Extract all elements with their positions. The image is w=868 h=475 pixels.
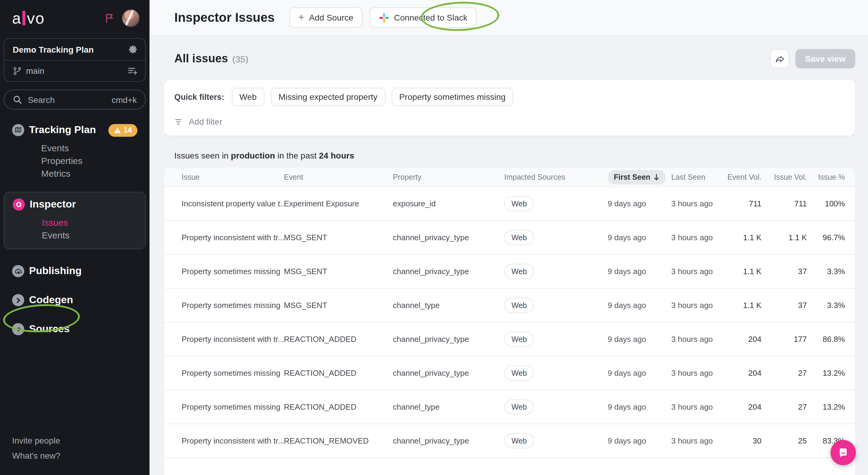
cell-impacted-sources: Web — [504, 433, 608, 448]
share-view-button[interactable] — [770, 49, 789, 68]
quick-filter-button[interactable]: Web — [231, 88, 265, 106]
issues-table: Issue Event Property Impacted Sources Fi… — [164, 168, 855, 475]
cell-impacted-sources: Web — [504, 230, 608, 245]
sidebar-item-codegen[interactable]: Codegen — [12, 293, 137, 307]
source-pill: Web — [504, 433, 534, 448]
cell-last-seen: 3 hours ago — [671, 335, 726, 344]
cell-issue: Property sometimes missing — [182, 369, 284, 378]
add-source-button[interactable]: + Add Source — [289, 7, 362, 28]
search-icon — [13, 95, 22, 104]
cell-event: Experiment Exposure — [284, 199, 393, 208]
whats-new-link[interactable]: What's new? — [12, 448, 60, 464]
table-row-partial[interactable] — [164, 458, 855, 475]
invite-people-link[interactable]: Invite people — [12, 433, 60, 448]
cell-event-vol: 204 — [748, 402, 762, 411]
codegen-chevron-icon — [12, 294, 24, 306]
sidebar-item-sources[interactable]: Sources — [12, 322, 137, 337]
flag-icon[interactable] — [103, 12, 116, 24]
cell-issue-pct: 13.2% — [823, 402, 845, 411]
publishing-cloud-icon — [12, 265, 24, 277]
sidebar-item-tp-metrics[interactable]: Metrics — [41, 167, 137, 180]
cell-event: MSG_SENT — [284, 233, 393, 242]
sidebar-item-inspector-events[interactable]: Events — [42, 229, 137, 242]
filter-icon — [174, 117, 183, 126]
col-header-last-seen[interactable]: Last Seen — [671, 173, 726, 181]
col-header-event-vol[interactable]: Event Vol. — [727, 173, 762, 181]
plus-icon: + — [298, 11, 304, 24]
branch-row[interactable]: main — [4, 60, 145, 81]
table-row[interactable]: Property inconsistent with tr... REACTIO… — [164, 322, 855, 356]
add-filter-button[interactable]: Add filter — [174, 117, 845, 126]
logo-pink-bar — [23, 11, 26, 25]
sidebar-item-publishing[interactable]: Publishing — [12, 264, 137, 278]
quick-filter-button[interactable]: Property sometimes missing — [391, 88, 514, 106]
col-header-issue-pct[interactable]: Issue % — [818, 173, 845, 181]
chat-launcher-button[interactable] — [831, 440, 856, 465]
cell-property: channel_privacy_type — [393, 436, 504, 445]
cell-event-vol: 1.1 K — [743, 267, 762, 276]
source-pill: Web — [504, 399, 534, 414]
col-header-issue-vol[interactable]: Issue Vol. — [774, 173, 807, 181]
table-row[interactable]: Inconsistent property value t... Experim… — [164, 187, 855, 221]
cell-impacted-sources: Web — [504, 366, 608, 381]
cell-first-seen: 9 days ago — [608, 199, 671, 208]
table-header-row: Issue Event Property Impacted Sources Fi… — [164, 168, 855, 187]
quick-filter-button[interactable]: Missing expected property — [271, 88, 385, 106]
cell-property: channel_type — [393, 301, 504, 310]
cell-issue: Property inconsistent with tr... — [182, 233, 284, 242]
nav-inspector-section: Inspector Issues Events — [4, 192, 146, 249]
slack-icon — [379, 12, 389, 23]
branch-icon — [13, 66, 22, 75]
col-header-issue[interactable]: Issue — [182, 173, 284, 181]
inspector-icon — [13, 198, 25, 211]
connected-to-slack-button[interactable]: Connected to Slack — [370, 7, 477, 28]
settings-gear-icon[interactable] — [128, 44, 138, 55]
new-branch-icon[interactable] — [127, 65, 138, 76]
col-header-first-seen[interactable]: First Seen — [608, 170, 671, 184]
table-row[interactable]: Property sometimes missing MSG_SENT chan… — [164, 255, 855, 289]
table-row[interactable]: Property inconsistent with tr... MSG_SEN… — [164, 221, 855, 255]
cell-issue-vol: 177 — [794, 335, 807, 344]
cell-event: REACTION_ADDED — [284, 402, 393, 411]
workspace-row[interactable]: Demo Tracking Plan — [4, 39, 145, 60]
sidebar-item-inspector-issues[interactable]: Issues — [42, 216, 137, 229]
sidebar-item-tp-properties[interactable]: Properties — [41, 154, 137, 167]
cell-event-vol: 1.1 K — [743, 301, 762, 310]
table-row[interactable]: Property sometimes missing REACTION_ADDE… — [164, 356, 855, 390]
cell-issue-pct: 100% — [825, 199, 845, 208]
cell-issue-pct: 3.3% — [827, 301, 845, 310]
branch-name: main — [26, 66, 44, 76]
issues-count-badge: 14 — [108, 124, 137, 136]
tracking-plan-map-icon — [12, 124, 24, 136]
sidebar-item-tracking-plan[interactable]: Tracking Plan 14 — [12, 123, 137, 137]
col-header-event[interactable]: Event — [284, 173, 393, 181]
table-row[interactable]: Property inconsistent with tr... REACTIO… — [164, 424, 855, 458]
chat-bubble-icon — [837, 446, 850, 459]
cell-issue-vol: 37 — [798, 267, 807, 276]
sidebar-item-tp-events[interactable]: Events — [41, 141, 137, 154]
cell-first-seen: 9 days ago — [608, 267, 671, 276]
cell-issue-vol: 711 — [795, 199, 807, 208]
cell-issue-pct: 13.2% — [823, 369, 845, 378]
cell-last-seen: 3 hours ago — [671, 369, 726, 378]
col-header-property[interactable]: Property — [393, 173, 504, 181]
save-view-button[interactable]: Save view — [795, 49, 855, 68]
sidebar-item-inspector[interactable]: Inspector — [13, 197, 137, 212]
table-row[interactable]: Property sometimes missing REACTION_ADDE… — [164, 390, 855, 424]
avo-logo: avo — [12, 9, 45, 28]
search-input[interactable]: Search cmd+k — [4, 90, 146, 109]
workspace-name: Demo Tracking Plan — [13, 44, 94, 54]
cell-issue-vol: 27 — [798, 402, 807, 411]
quick-filters-card: Quick filters: WebMissing expected prope… — [164, 80, 855, 135]
warning-triangle-icon — [114, 127, 121, 133]
cell-first-seen: 9 days ago — [608, 301, 671, 310]
table-row[interactable]: Property sometimes missing MSG_SENT chan… — [164, 289, 855, 322]
user-avatar[interactable] — [122, 9, 140, 27]
cell-event-vol: 30 — [753, 436, 762, 445]
cell-property: channel_privacy_type — [393, 267, 504, 276]
page-title: Inspector Issues — [174, 10, 275, 25]
source-pill: Web — [504, 230, 534, 245]
cell-issue-pct: 86.8% — [823, 335, 845, 344]
col-header-impacted-sources[interactable]: Impacted Sources — [504, 173, 608, 181]
cell-property: channel_privacy_type — [393, 369, 504, 378]
